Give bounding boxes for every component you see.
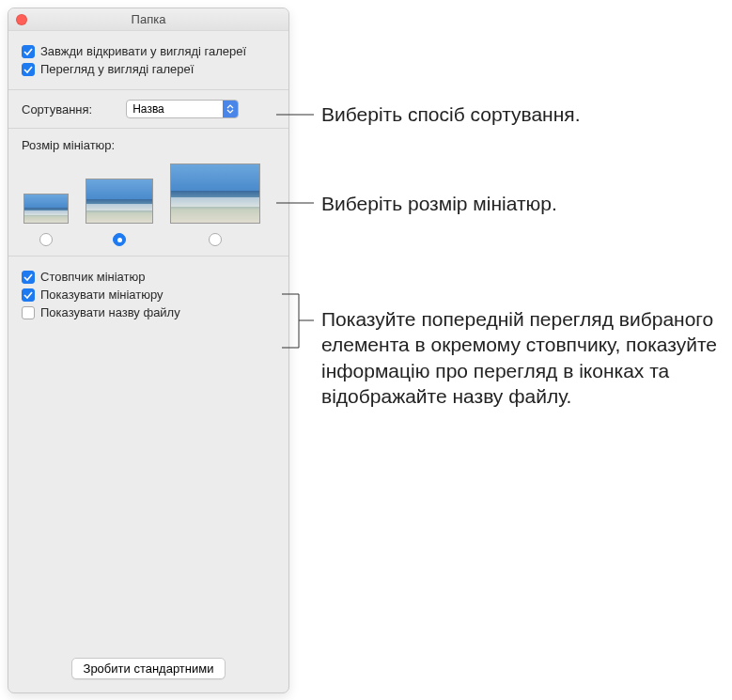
callout-options: Показуйте попередній перегляд вибраного … [321, 306, 725, 409]
callout-size: Виберіть розмір мініатюр. [321, 191, 557, 216]
callout-sort: Виберіть спосіб сортування. [321, 101, 581, 127]
